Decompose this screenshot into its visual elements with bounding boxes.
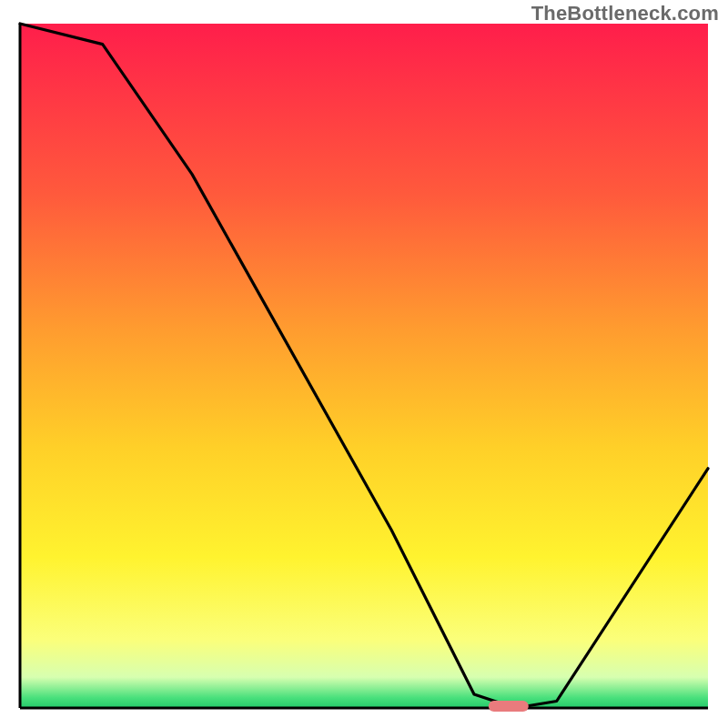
bottleneck-chart	[0, 0, 728, 728]
optimal-marker	[489, 701, 529, 712]
plot-background	[20, 24, 708, 708]
chart-stage: TheBottleneck.com	[0, 0, 728, 728]
watermark-text: TheBottleneck.com	[531, 2, 719, 25]
